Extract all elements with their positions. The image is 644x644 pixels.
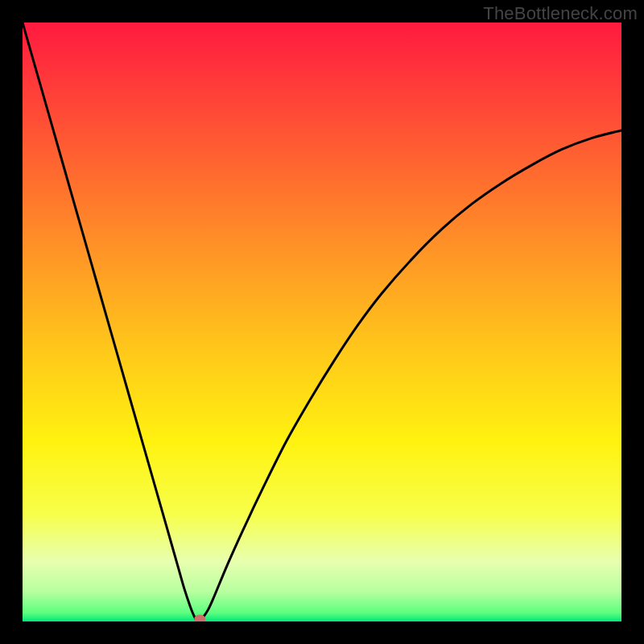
chart-frame: TheBottleneck.com	[0, 0, 644, 644]
gradient-background	[23, 23, 621, 621]
watermark-text: TheBottleneck.com	[483, 3, 638, 24]
bottleneck-chart	[23, 23, 621, 621]
plot-area	[23, 23, 621, 621]
